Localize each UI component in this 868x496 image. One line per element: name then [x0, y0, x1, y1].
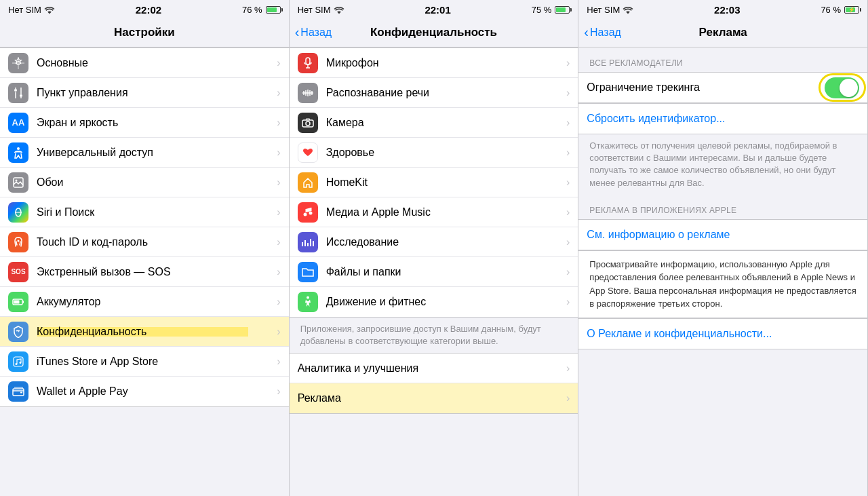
nav-bar-2: ‹ Назад Конфиденциальность [290, 19, 578, 47]
privacy-item-analytics[interactable]: Аналитика и улучшения › [290, 354, 578, 383]
settings-item-touchid[interactable]: Touch ID и код-пароль › [0, 227, 289, 257]
itunes-icon [8, 351, 28, 372]
files-chevron: › [566, 266, 570, 278]
privacy-label: Конфиденциальность [37, 326, 274, 338]
health-chevron: › [566, 147, 570, 159]
time-1: 22:02 [136, 4, 161, 16]
svg-point-42 [307, 297, 309, 299]
display-chevron: › [277, 117, 280, 129]
carrier-wifi-1: Нет SIM [8, 5, 55, 15]
settings-item-basic[interactable]: Основные › [0, 48, 289, 78]
battery-pct-1: 76 % [242, 5, 262, 15]
privacy-item-motion[interactable]: Движение и фитнес › [290, 287, 578, 317]
tracking-label: Ограничение трекинга [587, 81, 825, 94]
motion-label: Движение и фитнес [326, 296, 564, 308]
back-label-3: Назад [590, 26, 621, 39]
battery-label: Аккумулятор [37, 296, 274, 308]
mic-label: Микрофон [326, 57, 564, 69]
motion-icon [298, 292, 318, 312]
section2-label: РЕКЛАМА В ПРИЛОЖЕНИЯХ APPLE [578, 195, 867, 219]
tracking-item[interactable]: Ограничение трекинга [578, 73, 867, 102]
status-bar-1: Нет SIM 22:02 76 % [0, 0, 289, 19]
settings-item-wallpaper[interactable]: Обои › [0, 168, 289, 197]
siri-label: Siri и Поиск [37, 206, 274, 218]
privacy-item-research[interactable]: Исследование › [290, 227, 578, 257]
page-title-1: Настройки [114, 26, 175, 39]
privacy-item-ads[interactable]: Реклама › [290, 383, 578, 413]
sos-icon: SOS [8, 262, 28, 282]
ads-list: ВСЕ РЕКЛАМОДАТЕЛИ Ограничение трекинга С… [578, 47, 867, 496]
privacy-footer: Приложения, запросившие доступ к Вашим д… [290, 318, 578, 353]
svg-rect-16 [14, 300, 20, 303]
reset-label: Сбросить идентификатор... [587, 113, 859, 125]
settings-group-1: Основные › Пункт управления › AA Экран и… [0, 47, 289, 407]
touchid-label: Touch ID и код-пароль [37, 236, 274, 248]
settings-item-control[interactable]: Пункт управления › [0, 78, 289, 108]
analytics-label: Аналитика и улучшения [298, 362, 564, 375]
privacy-item-media[interactable]: Медиа и Apple Music › [290, 197, 578, 227]
itunes-chevron: › [277, 356, 280, 368]
siri-chevron: › [277, 206, 280, 218]
svg-point-32 [306, 121, 310, 126]
section1-label: ВСЕ РЕКЛАМОДАТЕЛИ [578, 47, 867, 72]
privacy-item-speech[interactable]: Распознавание речи › [290, 78, 578, 108]
carrier-wifi-3: Нет SIM [587, 5, 633, 15]
privacy-group: Микрофон › Распознавание речи › Камера › [290, 47, 578, 318]
status-bar-3: Нет SIM 22:03 76 % ⚡ [578, 0, 867, 19]
privacy-item-files[interactable]: Файлы и папки › [290, 257, 578, 287]
basic-chevron: › [277, 57, 280, 69]
privacy-chevron: › [277, 326, 280, 338]
access-label: Универсальный доступ [37, 147, 274, 159]
svg-point-3 [20, 94, 22, 97]
control-label: Пункт управления [37, 87, 274, 99]
battery-icon-1 [266, 6, 281, 14]
media-label: Медиа и Apple Music [326, 206, 564, 218]
homekit-icon [298, 172, 318, 193]
settings-item-sos[interactable]: SOS Экстренный вызов — SOS › [0, 257, 289, 287]
back-chevron-3: ‹ [584, 24, 589, 40]
time-3: 22:03 [714, 4, 740, 16]
info-link-label: См. информацию о рекламе [587, 229, 859, 241]
privacy-item-mic[interactable]: Микрофон › [290, 48, 578, 78]
nav-bar-3: ‹ Назад Реклама [578, 19, 867, 47]
tracking-desc-text: Откажитесь от получения целевой рекламы,… [589, 140, 837, 188]
media-icon [298, 202, 318, 223]
itunes-label: iTunes Store и App Store [37, 356, 274, 368]
tracking-toggle[interactable] [825, 77, 859, 98]
back-btn-2[interactable]: ‹ Назад [295, 24, 332, 40]
page-title-3: Реклама [699, 26, 747, 39]
privacy-link-group: О Рекламе и конфиденциальности... [578, 318, 867, 349]
svg-point-13 [18, 240, 20, 242]
settings-list-1: Основные › Пункт управления › AA Экран и… [0, 47, 289, 496]
toggle-knob [840, 79, 858, 97]
display-icon: AA [8, 113, 28, 133]
carrier-2: Нет SIM [298, 5, 331, 15]
privacy-item-homekit[interactable]: HomeKit › [290, 168, 578, 197]
settings-item-access[interactable]: Универсальный доступ › [0, 138, 289, 168]
access-chevron: › [277, 147, 280, 159]
privacy-link-item[interactable]: О Рекламе и конфиденциальности... [578, 319, 867, 349]
settings-item-siri[interactable]: Siri и Поиск › [0, 197, 289, 227]
battery-chevron: › [277, 296, 280, 308]
settings-panel: Нет SIM 22:02 76 % Настройки Основные › [0, 0, 290, 496]
sos-chevron: › [277, 266, 280, 278]
settings-item-display[interactable]: AA Экран и яркость › [0, 108, 289, 138]
svg-point-2 [14, 89, 17, 92]
settings-item-privacy[interactable]: Конфиденциальность › [0, 317, 289, 347]
privacy-item-camera[interactable]: Камера › [290, 108, 578, 138]
privacy-link-label: О Рекламе и конфиденциальности... [587, 328, 859, 340]
carrier-wifi-2: Нет SIM [298, 5, 344, 15]
reset-item[interactable]: Сбросить идентификатор... [578, 104, 867, 134]
siri-icon [8, 202, 28, 223]
settings-item-wallet[interactable]: Wallet и Apple Pay › [0, 377, 289, 406]
motion-chevron: › [566, 296, 570, 308]
carrier-3: Нет SIM [587, 5, 620, 15]
privacy-item-health[interactable]: Здоровье › [290, 138, 578, 168]
privacy-list: Микрофон › Распознавание речи › Камера › [290, 47, 578, 496]
settings-item-itunes[interactable]: iTunes Store и App Store › [0, 347, 289, 377]
wallet-icon [8, 381, 28, 402]
info-link-item[interactable]: См. информацию о рекламе [578, 220, 867, 250]
back-btn-3[interactable]: ‹ Назад [584, 24, 621, 40]
battery-status-3: 76 % ⚡ [821, 5, 859, 15]
settings-item-battery[interactable]: Аккумулятор › [0, 287, 289, 317]
